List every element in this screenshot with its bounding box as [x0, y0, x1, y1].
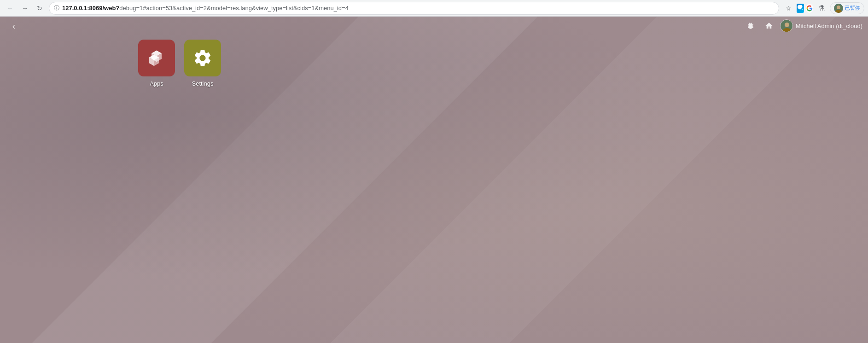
google-logo [806, 4, 813, 13]
apps-container: Apps Settings [138, 40, 221, 87]
nav-buttons: ← → ↻ [4, 2, 46, 15]
url-host: 127.0.0.1:8069/web? [62, 5, 119, 12]
apps-label: Apps [150, 80, 163, 87]
svg-point-4 [785, 23, 789, 27]
edge-logo [797, 4, 804, 13]
forward-button[interactable]: → [18, 2, 31, 15]
profile-avatar [834, 4, 843, 13]
browser-chrome: ← → ↻ ⓘ 127.0.0.1:8069/web?debug=1#actio… [0, 0, 868, 17]
app-topbar: ‹ Mitchell [0, 17, 868, 35]
app-icon-apps[interactable]: Apps [138, 40, 175, 87]
user-avatar [780, 19, 793, 32]
bookmarks-button[interactable]: ☆ [782, 2, 795, 15]
url-params: debug=1#action=53&active_id=2&model=res.… [119, 5, 349, 12]
url-display: 127.0.0.1:8069/web?debug=1#action=53&act… [62, 5, 774, 12]
settings-icon-box[interactable] [184, 40, 221, 76]
user-profile-button[interactable]: Mitchell Admin (dt_cloud) [780, 19, 862, 32]
profile-name-label: 已暫停 [845, 5, 860, 12]
svg-point-1 [837, 6, 840, 9]
secure-icon: ⓘ [54, 4, 59, 12]
google-extension-icon[interactable] [806, 5, 813, 12]
user-name-label: Mitchell Admin (dt_cloud) [796, 23, 862, 29]
extensions-button[interactable]: ⚗ [815, 2, 828, 15]
reload-button[interactable]: ↻ [33, 2, 46, 15]
app-icon-settings[interactable]: Settings [184, 40, 221, 87]
back-button[interactable]: ← [4, 2, 17, 15]
debug-icon-button[interactable] [743, 18, 758, 33]
edge-extension-icon[interactable] [797, 5, 804, 12]
home-icon-button[interactable] [762, 18, 776, 33]
address-bar[interactable]: ⓘ 127.0.0.1:8069/web?debug=1#action=53&a… [49, 2, 779, 15]
apps-icon-box[interactable] [138, 40, 175, 76]
browser-actions: ☆ ⚗ [782, 2, 864, 15]
app-back-button[interactable]: ‹ [6, 17, 22, 34]
profile-button[interactable]: 已暫停 [830, 2, 864, 14]
app-topbar-right: Mitchell Admin (dt_cloud) [743, 18, 862, 33]
settings-label: Settings [192, 80, 214, 87]
cubes-icon [146, 48, 167, 68]
app-area: ‹ Mitchell [0, 17, 868, 343]
gear-icon [192, 48, 213, 68]
